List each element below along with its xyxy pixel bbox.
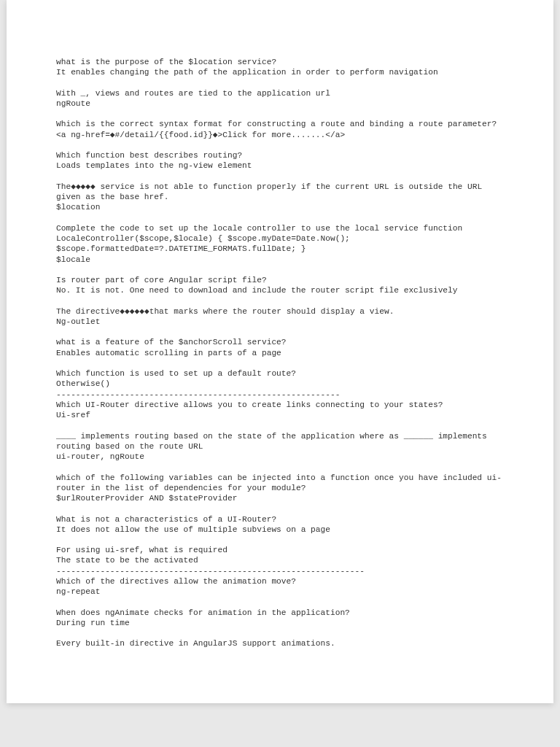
document-page: what is the purpose of the $location ser…: [7, 0, 553, 703]
qa-block: When does ngAnimate checks for animation…: [56, 608, 504, 629]
qa-block: What is not a characteristics of a UI-Ro…: [56, 514, 504, 535]
qa-block: what is the purpose of the $location ser…: [56, 57, 504, 78]
qa-block: Every built-in directive in AngularJS su…: [56, 638, 504, 649]
qa-block: Complete the code to set up the locale c…: [56, 223, 504, 265]
qa-block: which of the following variables can be …: [56, 473, 504, 504]
qa-block: The directive◆◆◆◆◆◆that marks where the …: [56, 306, 504, 328]
qa-block: Which UI-Router directive allows you to …: [56, 400, 504, 421]
qa-block: With _, views and routes are tied to the…: [56, 88, 504, 109]
qa-block: The◆◆◆◆◆ service is not able to function…: [56, 182, 504, 213]
qa-block: For using ui-sref, what is required The …: [56, 545, 504, 576]
qa-block: Which of the directives allow the animat…: [56, 576, 504, 597]
qa-block: what is a feature of the $anchorScroll s…: [56, 337, 504, 358]
qa-block: ____ implements routing based on the sta…: [56, 431, 504, 462]
qa-block: Is router part of core Angular script fi…: [56, 275, 504, 296]
qa-block: Which function is used to set up a defau…: [56, 368, 504, 400]
qa-block: Which is the correct syntax format for c…: [56, 119, 504, 140]
qa-block: Which function best describes routing? L…: [56, 150, 504, 171]
